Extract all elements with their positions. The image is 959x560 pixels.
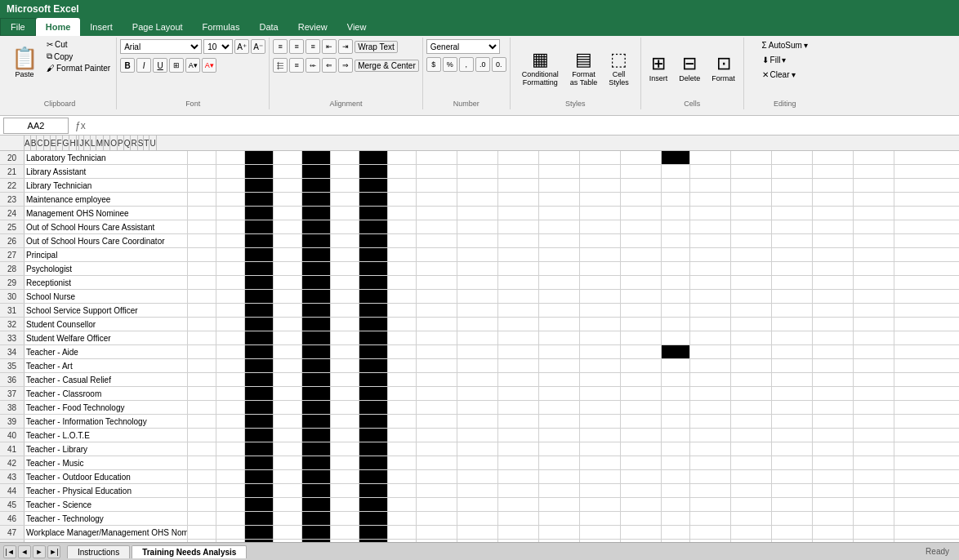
col-header-n[interactable]: N (104, 136, 110, 150)
cell-i[interactable] (388, 387, 417, 400)
cell-r[interactable] (731, 234, 772, 247)
cell-c[interactable] (216, 498, 245, 511)
col-header-d[interactable]: D (44, 136, 51, 150)
cell-t[interactable] (813, 512, 854, 525)
cell-i[interactable] (388, 248, 417, 261)
cell-g[interactable] (331, 220, 359, 233)
cell-o[interactable] (621, 359, 662, 372)
table-row[interactable]: 30School Nurse (0, 290, 959, 304)
cell-n[interactable] (580, 304, 621, 317)
fill-color-button[interactable]: A▾ (185, 58, 200, 73)
cell-o[interactable] (621, 456, 662, 469)
cell-i[interactable] (388, 234, 417, 247)
cell-s[interactable] (772, 234, 813, 247)
cell-k[interactable] (457, 442, 498, 456)
font-size-select[interactable]: 10 (203, 39, 233, 54)
cell-o[interactable] (621, 373, 662, 386)
align-left-btn[interactable]: ⬱ (273, 58, 288, 73)
cell-u[interactable] (854, 484, 894, 497)
cell-j[interactable] (417, 234, 457, 247)
cell-k[interactable] (457, 512, 498, 525)
cell-o[interactable] (621, 262, 662, 275)
cell-n[interactable] (580, 387, 621, 400)
cell-r[interactable] (731, 484, 772, 497)
cell-a[interactable]: Teacher - Classroom (25, 387, 188, 400)
cell-c[interactable] (216, 165, 245, 178)
cell-k[interactable] (457, 234, 498, 247)
autosum-button[interactable]: Σ AutoSum ▾ (759, 39, 811, 51)
cell-j[interactable] (417, 429, 457, 442)
cell-p[interactable] (662, 484, 690, 497)
cell-h[interactable] (359, 512, 388, 525)
cell-g[interactable] (331, 345, 359, 358)
cell-r[interactable] (731, 387, 772, 400)
cell-i[interactable] (388, 318, 417, 331)
cell-a[interactable]: Teacher - Outdoor Education (25, 470, 188, 483)
cell-d[interactable] (245, 290, 274, 303)
cell-t[interactable] (813, 331, 854, 344)
cell-i[interactable] (388, 373, 417, 386)
cell-d[interactable] (245, 165, 274, 178)
cell-c[interactable] (216, 345, 245, 358)
format-painter-button[interactable]: 🖌 Format Painter (44, 63, 113, 73)
cell-c[interactable] (216, 193, 245, 206)
tab-file[interactable]: File (0, 18, 36, 36)
cell-k[interactable] (457, 401, 498, 414)
cell-b[interactable] (188, 179, 216, 192)
cell-m[interactable] (539, 387, 580, 400)
cell-j[interactable] (417, 484, 457, 497)
cell-c[interactable] (216, 179, 245, 192)
cell-q[interactable] (690, 179, 731, 192)
cell-a[interactable]: Maintenance employee (25, 193, 188, 206)
cell-q[interactable] (690, 207, 731, 220)
cell-d[interactable] (245, 151, 274, 164)
cell-f[interactable] (302, 193, 331, 206)
cell-f[interactable] (302, 290, 331, 303)
cell-q[interactable] (690, 234, 731, 247)
cell-n[interactable] (580, 165, 621, 178)
table-row[interactable]: 21Library Assistant (0, 165, 959, 179)
cell-a[interactable]: Teacher - Library (25, 442, 188, 456)
cell-q[interactable] (690, 387, 731, 400)
cell-m[interactable] (539, 498, 580, 511)
cell-e[interactable] (274, 207, 302, 220)
cell-c[interactable] (216, 512, 245, 525)
cell-k[interactable] (457, 373, 498, 386)
cell-a[interactable]: Out of School Hours Care Assistant (25, 220, 188, 233)
cell-t[interactable] (813, 456, 854, 469)
cell-p[interactable] (662, 165, 690, 178)
tab-data[interactable]: Data (249, 18, 288, 36)
cell-a[interactable]: Teacher - Music (25, 456, 188, 469)
tab-home[interactable]: Home (36, 18, 81, 36)
cell-t[interactable] (813, 304, 854, 317)
cell-a[interactable]: School Nurse (25, 290, 188, 303)
cell-e[interactable] (274, 318, 302, 331)
cell-i[interactable] (388, 304, 417, 317)
cell-u[interactable] (854, 470, 894, 483)
cell-m[interactable] (539, 331, 580, 344)
cell-e[interactable] (274, 165, 302, 178)
cell-j[interactable] (417, 276, 457, 289)
cell-b[interactable] (188, 456, 216, 469)
cell-q[interactable] (690, 498, 731, 511)
cell-r[interactable] (731, 512, 772, 525)
cell-m[interactable] (539, 262, 580, 275)
cell-l[interactable] (498, 165, 539, 178)
cell-m[interactable] (539, 318, 580, 331)
table-row[interactable]: 37Teacher - Classroom (0, 387, 959, 401)
cell-k[interactable] (457, 151, 498, 164)
cell-n[interactable] (580, 359, 621, 372)
cell-l[interactable] (498, 401, 539, 414)
cell-c[interactable] (216, 234, 245, 247)
cell-f[interactable] (302, 359, 331, 372)
cell-k[interactable] (457, 429, 498, 442)
cell-h[interactable] (359, 415, 388, 428)
table-row[interactable]: 47Workplace Manager/Management OHS Nomin… (0, 526, 959, 540)
cell-r[interactable] (731, 220, 772, 233)
cell-t[interactable] (813, 387, 854, 400)
cell-k[interactable] (457, 290, 498, 303)
cell-h[interactable] (359, 179, 388, 192)
cell-h[interactable] (359, 193, 388, 206)
col-header-h[interactable]: H (69, 136, 76, 150)
cell-l[interactable] (498, 387, 539, 400)
